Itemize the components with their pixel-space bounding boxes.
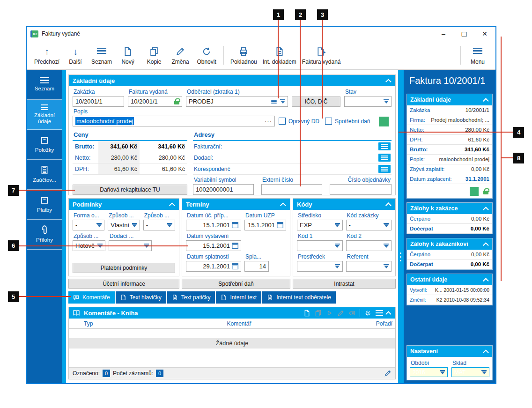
externi-cislo-input[interactable] <box>261 184 322 195</box>
chevron-up-icon[interactable] <box>385 79 392 85</box>
menu-button[interactable]: Menu <box>465 42 491 68</box>
referent-dropdown[interactable] <box>346 261 392 272</box>
chevron-down-icon[interactable] <box>167 223 172 227</box>
datum-uzp-input[interactable]: 15.1.2001 <box>244 220 286 230</box>
variabilni-symbol-input[interactable]: 10020000001 <box>193 184 254 195</box>
prostredek-dropdown[interactable] <box>297 261 343 272</box>
internal-document-button[interactable]: Int. dokladem <box>260 42 299 68</box>
chevron-up-icon[interactable] <box>483 98 489 104</box>
ico-dic-button[interactable]: IČO, DIČ <box>292 96 340 107</box>
chevron-down-icon[interactable] <box>335 223 340 227</box>
close-button[interactable]: ✕ <box>478 29 492 39</box>
spotrebni-dan-checkbox[interactable] <box>325 118 332 125</box>
maximize-button[interactable]: ▢ <box>457 29 471 39</box>
chevron-up-icon[interactable] <box>483 278 489 284</box>
stredisko-dropdown[interactable]: EXP <box>297 220 343 230</box>
play-icon[interactable] <box>326 310 333 317</box>
zpusob-dopravy-dropdown[interactable]: Vlastní <box>108 220 140 230</box>
delete-record-icon[interactable] <box>348 310 355 317</box>
sklad-dropdown[interactable]: MAT <box>451 367 489 377</box>
copy-button[interactable]: Kopie <box>141 42 167 68</box>
tab-text-hlavicky[interactable]: Text hlavičky <box>116 291 166 304</box>
tab-interni-text[interactable]: Interní text <box>216 291 261 304</box>
sidebar-item-platby[interactable]: Platby <box>27 190 62 220</box>
chevron-up-icon[interactable] <box>483 242 489 248</box>
chevron-up-icon[interactable] <box>483 349 489 356</box>
datum-uc-pripadu-input[interactable]: 15.1.2001 <box>186 220 241 230</box>
address-menu-button[interactable] <box>378 154 391 162</box>
ostatni-header[interactable]: Ostatní údaje <box>407 274 492 285</box>
chevron-up-icon[interactable] <box>280 202 286 208</box>
chevron-down-icon[interactable] <box>384 244 389 248</box>
chevron-down-icon[interactable] <box>280 99 285 104</box>
odberatel-input[interactable]: PRODEJ <box>186 96 288 107</box>
minimize-button[interactable]: – <box>436 29 451 39</box>
ucetni-informace-button[interactable]: Účetní informace <box>68 279 179 289</box>
forma-uhrady-dropdown[interactable]: - <box>73 220 104 230</box>
zpusob-odberu-dropdown[interactable]: - <box>143 220 175 230</box>
chevron-down-icon[interactable] <box>440 370 445 374</box>
edit-pencil-icon[interactable] <box>384 370 392 377</box>
sidebar-item-zakladni-udaje[interactable]: Základní údaje <box>27 100 62 130</box>
chevron-up-icon[interactable] <box>385 311 392 317</box>
edit-record-icon[interactable] <box>337 310 344 317</box>
chevron-down-icon[interactable] <box>481 370 487 374</box>
summary-basic-header[interactable]: Základní údaje <box>407 94 492 105</box>
obdobi-dropdown[interactable]: 2016 <box>410 367 448 377</box>
sidebar-item-seznam[interactable]: Seznam <box>27 70 62 100</box>
opravny-dd-checkbox[interactable] <box>279 118 286 125</box>
sidebar-item-polozky[interactable]: Položky <box>27 130 62 160</box>
spotrebni-dan-button[interactable]: Spotřební daň <box>182 279 290 289</box>
danova-rekapitulace-button[interactable]: Daňová rekapitulace TU <box>73 185 187 195</box>
refresh-button[interactable]: Obnovit <box>193 42 220 68</box>
calendar-icon[interactable] <box>232 222 238 228</box>
chevron-down-icon[interactable] <box>384 223 389 227</box>
sidebar-item-zauctovani[interactable]: Zaúčtov... <box>27 160 62 190</box>
kod2-dropdown[interactable] <box>346 240 392 251</box>
stack-icon[interactable] <box>271 98 277 105</box>
chevron-down-icon[interactable] <box>96 223 102 227</box>
copy-record-icon[interactable] <box>315 310 322 317</box>
tab-text-paticky[interactable]: Text patičky <box>167 291 215 304</box>
new-record-icon[interactable] <box>303 310 310 317</box>
kod1-dropdown[interactable] <box>297 240 343 251</box>
stav-dropdown[interactable] <box>344 96 392 107</box>
column-komentar[interactable]: Komentář <box>224 320 368 327</box>
chevron-up-icon[interactable] <box>385 202 392 208</box>
tab-interni-text-odberatele[interactable]: Interní text odběratele <box>262 291 336 304</box>
chevron-down-icon[interactable] <box>132 223 137 227</box>
popis-input[interactable]: maloobchodní prodej ··· <box>73 116 275 126</box>
datum-vystaveni-input[interactable]: 15.1.2001 <box>186 240 241 251</box>
zalohy-zakaznik-header[interactable]: Zálohy k zákazníkovi <box>407 238 492 250</box>
chevron-up-icon[interactable] <box>483 207 489 213</box>
cislo-objednavky-input[interactable] <box>330 184 392 195</box>
list-button[interactable]: Seznam <box>89 42 115 68</box>
chevron-up-icon[interactable] <box>169 202 175 208</box>
chevron-down-icon[interactable] <box>335 264 340 268</box>
basic-data-header[interactable]: Základní údaje <box>69 75 395 86</box>
grid-menu-icon[interactable] <box>376 310 383 316</box>
calendar-icon[interactable] <box>277 222 283 228</box>
podminky-header[interactable]: Podmínky <box>69 199 179 210</box>
zalohy-zakazka-header[interactable]: Zálohy k zakázce <box>407 203 492 214</box>
kody-header[interactable]: Kódy <box>293 199 395 210</box>
calendar-icon[interactable] <box>232 263 238 269</box>
splatnost-dni-input[interactable]: 14 <box>244 261 269 272</box>
edit-button[interactable]: Změna <box>167 42 193 68</box>
zakazka-input[interactable]: 10/2001/1 <box>73 96 124 107</box>
chevron-down-icon[interactable] <box>384 99 389 104</box>
previous-button[interactable]: ↑ Předchozí <box>31 42 62 68</box>
datum-splatnosti-input[interactable]: 29.1.2001 <box>186 261 241 272</box>
nastaveni-header[interactable]: Nastavení <box>407 346 492 357</box>
kod-zakazky-dropdown[interactable]: - <box>346 220 392 230</box>
column-typ[interactable]: Typ <box>81 320 224 327</box>
panel-splitter[interactable] <box>398 70 404 383</box>
intrastat-button[interactable]: Intrastat <box>293 279 396 289</box>
print-cash-button[interactable]: Pokladnou <box>228 42 260 68</box>
address-menu-button[interactable] <box>378 165 391 173</box>
settings-gear-icon[interactable] <box>364 310 371 317</box>
chevron-down-icon[interactable] <box>384 264 389 268</box>
faktura-input[interactable]: 10/2001/1 <box>128 96 182 107</box>
next-button[interactable]: ↓ Další <box>62 42 89 68</box>
platebni-podminky-button[interactable]: Platební podmínky <box>73 263 175 273</box>
